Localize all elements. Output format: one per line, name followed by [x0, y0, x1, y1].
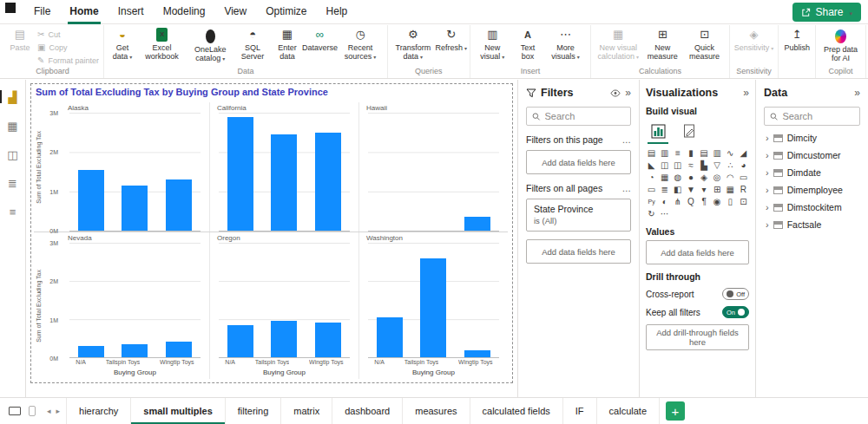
- viz-donut-chart-icon[interactable]: ◔: [646, 172, 657, 183]
- viz-gauge-icon[interactable]: ◠: [725, 172, 736, 183]
- ribbon-button-dataverse[interactable]: ∞Dataverse: [304, 25, 336, 52]
- viz-python-visual-icon[interactable]: Py: [646, 196, 657, 207]
- ribbon-button-new-visual[interactable]: ▥New visual: [473, 25, 512, 62]
- ribbon-button-more-visuals[interactable]: ⋯More visuals: [543, 25, 588, 62]
- menu-item-modeling[interactable]: Modeling: [154, 0, 215, 24]
- viz-ribbon-chart-icon[interactable]: ≈: [685, 160, 696, 171]
- collapse-data-pane-icon[interactable]: [854, 87, 860, 99]
- page-tab-small-multiples[interactable]: small multiples: [131, 398, 225, 424]
- share-button[interactable]: Share: [792, 3, 861, 22]
- viz-kpi-icon[interactable]: ◧: [672, 184, 683, 195]
- bar-n-a[interactable]: [227, 117, 253, 231]
- bar-wingtip-toys[interactable]: [315, 323, 341, 357]
- viz-funnel-chart-icon[interactable]: ▽: [712, 160, 723, 171]
- add-data-fields-dropzone[interactable]: Add data fields here: [526, 150, 631, 174]
- more-options-icon[interactable]: [622, 183, 632, 193]
- ribbon-button-quick-measure[interactable]: ⊡Quick measure: [683, 25, 727, 62]
- viz-power-automate-icon[interactable]: ↻: [646, 208, 657, 219]
- bar-n-a[interactable]: [377, 317, 403, 357]
- viz-filled-map-icon[interactable]: ●: [685, 172, 696, 183]
- ribbon-button-recent-sources[interactable]: ◷Recent sources: [336, 25, 385, 62]
- viz-more-visuals-icon[interactable]: ⋯: [659, 208, 670, 219]
- ribbon-button-sensitivity[interactable]: ◈Sensitivity: [733, 25, 776, 52]
- dax-query-view-icon[interactable]: ≣: [3, 174, 23, 192]
- viz-waterfall-chart-icon[interactable]: ▙: [699, 160, 710, 171]
- bar-wingtip-toys[interactable]: [464, 217, 490, 231]
- viz-line-and-stacked-column-chart-icon[interactable]: ◫: [659, 160, 670, 171]
- bar-wingtip-toys[interactable]: [166, 179, 192, 231]
- viz-key-influencers-icon[interactable]: ◐: [659, 196, 670, 207]
- drill-through-dropzone[interactable]: Add drill-through fields here: [646, 324, 749, 350]
- ribbon-button-new-visual-calculation[interactable]: ▦New visual calculation: [594, 25, 642, 62]
- format-visual-tab[interactable]: [679, 120, 700, 144]
- cross-report-toggle[interactable]: Off: [722, 288, 749, 300]
- page-tab-calculate[interactable]: calculate: [597, 398, 660, 424]
- menu-item-file[interactable]: File: [24, 0, 60, 24]
- report-canvas[interactable]: Sum of Total Excluding Tax by Buying Gro…: [26, 80, 517, 397]
- viz-matrix-icon[interactable]: ▦: [725, 184, 736, 195]
- bar-n-a[interactable]: [78, 170, 104, 231]
- bar-chart-visual[interactable]: Sum of Total Excluding Tax by Buying Gro…: [30, 83, 513, 383]
- bar-tailspin-toys[interactable]: [271, 134, 297, 231]
- page-tab-filtering[interactable]: filtering: [226, 398, 281, 424]
- ribbon-button-prep-data-for-ai[interactable]: Prep data for AI: [819, 25, 863, 63]
- page-tab-hierarchy[interactable]: hierarchy: [66, 398, 131, 424]
- ribbon-button-paste[interactable]: ▤Paste: [4, 25, 36, 52]
- bar-tailspin-toys[interactable]: [420, 258, 446, 357]
- keep-all-filters-toggle[interactable]: On: [722, 306, 749, 318]
- ribbon-button-enter-data[interactable]: ▦Enter data: [271, 25, 304, 62]
- viz-paginated-report-icon[interactable]: ▯: [725, 196, 736, 207]
- mobile-layout-icon[interactable]: [29, 406, 36, 416]
- viz-azure-map-icon[interactable]: ◎: [712, 172, 723, 183]
- data-field-dimstockitem[interactable]: ›Dimstockitem: [764, 199, 860, 216]
- menu-item-home[interactable]: Home: [60, 0, 108, 24]
- model-view-icon[interactable]: ◫: [3, 146, 23, 163]
- viz-r-script-visual-icon[interactable]: R: [738, 184, 749, 195]
- bar-n-a[interactable]: [78, 346, 104, 357]
- viz-treemap-icon[interactable]: ▦: [659, 172, 670, 183]
- viz-card-icon[interactable]: ▭: [738, 172, 749, 183]
- eye-icon[interactable]: [610, 89, 621, 97]
- viz-line-chart-icon[interactable]: ∿: [725, 147, 736, 159]
- data-search-input[interactable]: [782, 111, 854, 121]
- filters-search[interactable]: [526, 107, 631, 126]
- filters-search-input[interactable]: [545, 111, 625, 121]
- viz-q-and-a-icon[interactable]: Q: [685, 196, 696, 207]
- report-view-icon[interactable]: ▟: [3, 88, 23, 106]
- ribbon-button-new-measure[interactable]: ⊞New measure: [642, 25, 682, 62]
- tmdl-view-icon[interactable]: ≡: [3, 203, 23, 220]
- viz-new-slicer-icon[interactable]: ▾: [699, 184, 710, 195]
- ribbon-button-onelake-catalog[interactable]: OneLake catalog: [186, 25, 234, 63]
- bar-n-a[interactable]: [227, 325, 253, 357]
- viz-shape-map-icon[interactable]: ◈: [699, 172, 710, 183]
- ribbon-button-publish[interactable]: ↥Publish: [781, 25, 812, 52]
- menu-item-help[interactable]: Help: [317, 0, 358, 24]
- viz-line-and-clustered-column-chart-icon[interactable]: ◫: [672, 160, 683, 171]
- bar-wingtip-toys[interactable]: [166, 342, 192, 357]
- viz-table-icon[interactable]: ⊞: [712, 184, 723, 195]
- viz-area-chart-icon[interactable]: ◢: [738, 147, 749, 159]
- desktop-layout-icon[interactable]: [9, 407, 21, 415]
- viz-map-icon[interactable]: ◍: [672, 172, 683, 183]
- data-search[interactable]: [764, 107, 860, 126]
- data-field-factsale[interactable]: ›Factsale: [764, 216, 860, 233]
- viz-100-stacked-bar-chart-icon[interactable]: ▤: [699, 147, 710, 159]
- viz-stacked-column-chart-icon[interactable]: ▥: [659, 147, 670, 159]
- next-page-icon[interactable]: [56, 407, 61, 415]
- viz-new-card-icon[interactable]: ▭: [646, 184, 657, 195]
- viz-multi-row-card-icon[interactable]: ≣: [659, 184, 670, 195]
- build-visual-tab[interactable]: [648, 120, 668, 144]
- viz-scatter-chart-icon[interactable]: ∴: [725, 160, 736, 171]
- viz-clustered-column-chart-icon[interactable]: ▮: [685, 147, 696, 159]
- ribbon-button-sql-server[interactable]: ◓SQL Server: [234, 25, 271, 62]
- viz-clustered-bar-chart-icon[interactable]: ≡: [672, 147, 683, 159]
- page-tab-calculated-fields[interactable]: calculated fields: [470, 398, 563, 424]
- more-options-icon[interactable]: [622, 134, 632, 145]
- collapse-visualizations-pane-icon[interactable]: [743, 87, 749, 99]
- viz-metrics-icon[interactable]: ◉: [712, 196, 723, 207]
- add-data-fields-dropzone[interactable]: Add data fields here: [526, 239, 631, 264]
- page-tab-measures[interactable]: measures: [403, 398, 470, 424]
- bar-tailspin-toys[interactable]: [122, 186, 148, 231]
- viz-pie-chart-icon[interactable]: ◕: [738, 160, 749, 171]
- viz-smart-narrative-icon[interactable]: ¶: [699, 196, 710, 207]
